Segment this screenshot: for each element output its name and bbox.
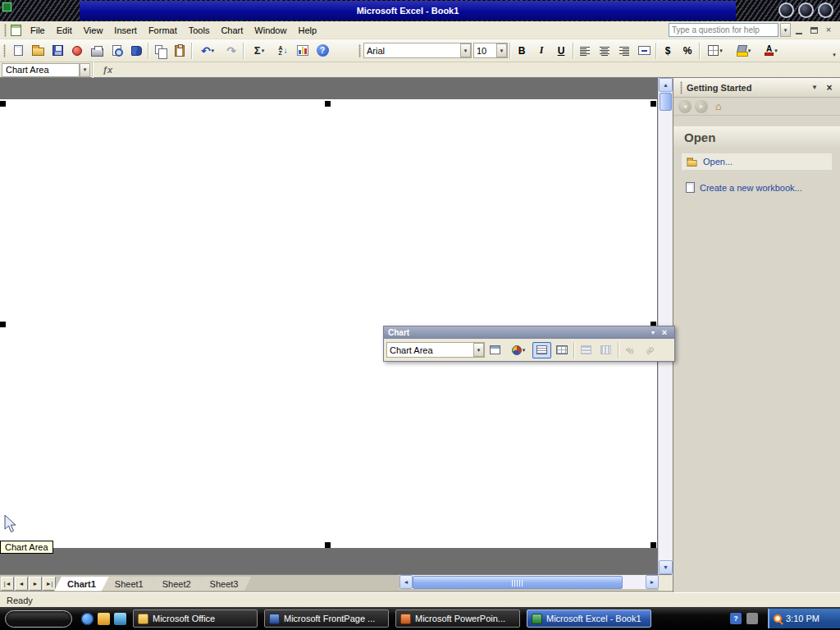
task-pane-forward-icon[interactable]: ►	[695, 100, 708, 113]
last-sheet-button[interactable]: ►|	[43, 577, 56, 591]
horizontal-scrollbar-thumb[interactable]	[413, 576, 623, 589]
font-size-combo[interactable]: ▾	[473, 43, 508, 58]
font-name-dropdown-icon[interactable]: ▾	[460, 43, 471, 57]
task-pane-header[interactable]: Getting Started ▼ ×	[673, 78, 840, 98]
name-box[interactable]	[2, 63, 80, 77]
horizontal-scrollbar[interactable]: ◄ ►	[399, 575, 659, 589]
research-button[interactable]	[126, 42, 146, 60]
previous-sheet-button[interactable]: ◄	[15, 577, 28, 591]
task-pane-home-icon[interactable]: ⌂	[711, 100, 726, 113]
angle-counterclockwise-button[interactable]: ab	[641, 342, 660, 358]
scroll-right-button[interactable]: ►	[646, 575, 659, 589]
font-color-button[interactable]: A ▾	[757, 42, 785, 60]
font-name-input[interactable]	[364, 44, 460, 57]
quick-launch-icon[interactable]	[98, 613, 110, 625]
menu-insert[interactable]: Insert	[108, 23, 143, 38]
menu-view[interactable]: View	[78, 23, 109, 38]
print-button[interactable]	[87, 42, 107, 60]
chart-floating-toolbar[interactable]: Chart ▾ × ▾ ▾ ab ab	[383, 326, 675, 362]
angle-clockwise-button[interactable]: ab	[621, 342, 640, 358]
create-workbook-item[interactable]: Create a new workbook...	[682, 182, 832, 193]
tray-icon[interactable]	[746, 613, 758, 624]
menu-edit[interactable]: Edit	[51, 23, 78, 38]
selection-handle-top-center[interactable]	[325, 101, 331, 107]
font-size-dropdown-icon[interactable]: ▾	[496, 43, 507, 57]
workbook-icon[interactable]	[11, 25, 21, 36]
task-pane-back-icon[interactable]: ◄	[678, 100, 692, 113]
sheet-tab-chart1[interactable]: Chart1	[54, 577, 109, 591]
chart-toolbar-options-icon[interactable]: ▾	[647, 329, 659, 336]
window-minimize-button[interactable]	[778, 2, 794, 18]
chart-object-dropdown-icon[interactable]: ▾	[473, 343, 484, 357]
open-button[interactable]	[28, 42, 48, 60]
chart-object-input[interactable]	[387, 344, 473, 356]
underline-button[interactable]: U	[551, 42, 571, 60]
task-pane-close-button[interactable]: ×	[823, 82, 836, 94]
menu-help[interactable]: Help	[292, 23, 322, 38]
new-button[interactable]	[8, 42, 28, 60]
create-workbook-link[interactable]: Create a new workbook...	[700, 183, 802, 193]
taskbar-button-excel[interactable]: Microsoft Excel - Book1	[527, 609, 651, 628]
workbook-minimize-button[interactable]	[792, 25, 806, 36]
align-left-button[interactable]	[575, 42, 595, 60]
help-button[interactable]: ?	[313, 42, 332, 60]
selection-handle-bottom-right[interactable]	[651, 542, 656, 548]
toolbar-options-button[interactable]: ▾	[829, 42, 839, 60]
selection-handle-mid-left[interactable]	[0, 322, 6, 327]
align-center-button[interactable]	[595, 42, 614, 60]
copy-button[interactable]	[150, 42, 170, 60]
sheet-tab-sheet1[interactable]: Sheet1	[102, 577, 157, 591]
menu-format[interactable]: Format	[143, 23, 183, 38]
fill-color-button[interactable]: ▾	[729, 42, 757, 60]
taskbar-button-powerpoint[interactable]: Microsoft PowerPoin...	[395, 609, 520, 628]
scroll-left-button[interactable]: ◄	[399, 575, 413, 589]
legend-button[interactable]	[532, 342, 551, 358]
align-right-button[interactable]	[614, 42, 634, 60]
autosum-button[interactable]: Σ ▾	[245, 42, 273, 60]
save-button[interactable]	[48, 42, 67, 60]
menu-tools[interactable]: Tools	[183, 23, 216, 38]
open-file-item[interactable]: Open...	[682, 153, 832, 170]
window-close-button[interactable]	[818, 2, 833, 18]
permission-button[interactable]	[67, 42, 87, 60]
name-box-input[interactable]	[2, 65, 79, 75]
font-size-input[interactable]	[474, 44, 496, 57]
format-selection-button[interactable]	[486, 342, 504, 358]
internet-explorer-icon[interactable]	[81, 613, 94, 625]
merge-center-button[interactable]	[634, 42, 654, 60]
open-link[interactable]: Open...	[703, 157, 733, 167]
redo-button[interactable]: ↷	[221, 42, 241, 60]
start-button[interactable]	[5, 610, 72, 628]
paste-button[interactable]	[170, 42, 189, 60]
undo-button[interactable]: ↶ ▾	[194, 42, 221, 60]
chart-toolbar-titlebar[interactable]: Chart ▾ ×	[384, 326, 674, 339]
task-pane-grip[interactable]	[680, 81, 682, 94]
selection-handle-top-right[interactable]	[651, 101, 656, 107]
chart-object-combo[interactable]: ▾	[386, 342, 485, 358]
by-column-button[interactable]	[596, 342, 615, 358]
scroll-up-button[interactable]: ▲	[659, 78, 673, 92]
chart-wizard-button[interactable]	[293, 42, 313, 60]
menu-chart[interactable]: Chart	[215, 23, 249, 38]
by-row-button[interactable]	[577, 342, 596, 358]
taskbar-button-office[interactable]: Microsoft Office	[133, 609, 258, 628]
standard-toolbar-grip[interactable]	[3, 44, 6, 57]
sheet-tab-sheet3[interactable]: Sheet3	[197, 577, 252, 591]
taskbar-clock[interactable]: 3:10 PM	[768, 609, 840, 628]
font-name-combo[interactable]: ▾	[363, 43, 472, 58]
menu-window[interactable]: Window	[249, 23, 292, 38]
help-question-dropdown-icon[interactable]: ▾	[780, 23, 791, 37]
data-table-button[interactable]	[552, 342, 571, 358]
workbook-restore-button[interactable]	[807, 25, 820, 36]
vertical-scrollbar-thumb[interactable]	[660, 93, 672, 111]
selection-handle-top-left[interactable]	[0, 101, 6, 107]
workbook-close-button[interactable]: ×	[822, 25, 835, 36]
menu-file[interactable]: File	[25, 23, 51, 38]
quick-launch-icon[interactable]	[114, 613, 126, 625]
formatting-toolbar-grip[interactable]	[358, 44, 361, 57]
help-question-input[interactable]	[669, 23, 778, 37]
insert-function-button[interactable]: ƒx	[103, 65, 112, 75]
first-sheet-button[interactable]: |◄	[1, 577, 14, 591]
sort-ascending-button[interactable]: AZ ↓	[273, 42, 293, 60]
menubar-grip[interactable]	[4, 24, 7, 37]
